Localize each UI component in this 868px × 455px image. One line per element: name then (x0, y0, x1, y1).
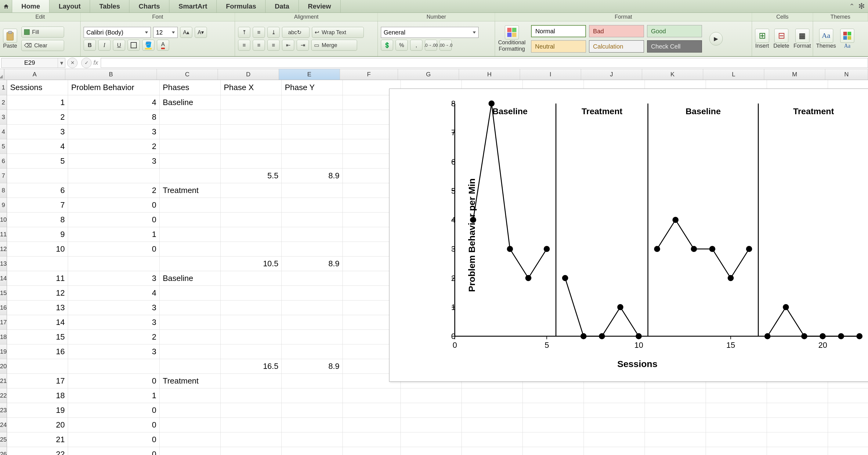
cell[interactable]: 3 (68, 271, 160, 286)
cell[interactable] (221, 403, 282, 418)
style-neutral[interactable]: Neutral (531, 40, 586, 53)
fill-color-button[interactable]: 🪣 (142, 40, 154, 51)
align-middle-button[interactable]: ≡ (253, 27, 265, 38)
cell[interactable] (282, 198, 343, 213)
cell[interactable]: 0 (68, 198, 160, 213)
cell[interactable]: 0 (68, 242, 160, 256)
row-header[interactable]: 12 (0, 242, 7, 256)
cell[interactable]: 10.5 (221, 256, 282, 271)
cell[interactable]: 22 (7, 447, 68, 455)
cell[interactable]: 17 (7, 374, 68, 388)
cell[interactable]: 3 (68, 154, 160, 169)
cell[interactable] (523, 418, 584, 432)
cell[interactable] (221, 432, 282, 447)
cell[interactable] (160, 344, 221, 359)
name-box-dropdown[interactable]: ▾ (58, 58, 65, 67)
cell[interactable]: 13 (7, 301, 68, 315)
cell[interactable]: 4 (68, 95, 160, 110)
cell[interactable] (221, 301, 282, 315)
cell[interactable] (160, 359, 221, 374)
column-header-F[interactable]: F (340, 69, 398, 80)
column-header-M[interactable]: M (764, 69, 825, 80)
cell[interactable] (160, 198, 221, 213)
styles-more-button[interactable]: ▶ (709, 32, 723, 46)
paste-button[interactable] (3, 29, 17, 43)
cell[interactable] (462, 447, 523, 455)
cell[interactable] (68, 256, 160, 271)
row-header[interactable]: 23 (0, 403, 7, 418)
cell[interactable]: 14 (7, 315, 68, 330)
cell[interactable] (221, 139, 282, 154)
cell[interactable]: 16.5 (221, 359, 282, 374)
cell[interactable] (343, 388, 401, 403)
cell[interactable] (160, 418, 221, 432)
cell[interactable]: 3 (68, 125, 160, 139)
style-bad[interactable]: Bad (589, 25, 644, 37)
row-header[interactable]: 24 (0, 418, 7, 432)
cell[interactable] (282, 315, 343, 330)
cell[interactable]: 5.5 (221, 169, 282, 183)
delete-cells-button[interactable]: ⊟ (774, 29, 788, 43)
cell[interactable] (282, 110, 343, 125)
cell[interactable] (767, 447, 828, 455)
cell[interactable] (706, 447, 767, 455)
indent-right-button[interactable]: ⇥ (297, 40, 309, 51)
cell[interactable]: 2 (68, 330, 160, 344)
cell[interactable] (828, 418, 868, 432)
cell[interactable] (282, 447, 343, 455)
align-center-button[interactable]: ≡ (253, 40, 265, 51)
font-size-select[interactable]: 12 (153, 27, 178, 38)
cell[interactable] (828, 403, 868, 418)
cell[interactable] (645, 403, 706, 418)
column-header-J[interactable]: J (581, 69, 642, 80)
cell[interactable] (401, 432, 462, 447)
cell[interactable] (828, 388, 868, 403)
font-color-button[interactable]: A (157, 40, 169, 51)
row-header[interactable]: 9 (0, 198, 7, 213)
app-menu-button[interactable] (0, 0, 12, 12)
cell[interactable]: 8.9 (282, 256, 343, 271)
enter-formula-button[interactable]: ✓ (81, 58, 92, 68)
cell[interactable] (7, 359, 68, 374)
row-header[interactable]: 16 (0, 301, 7, 315)
cell[interactable] (221, 447, 282, 455)
cell[interactable]: 2 (68, 183, 160, 198)
indent-left-button[interactable]: ⇤ (282, 40, 294, 51)
cell[interactable]: 19 (7, 403, 68, 418)
column-header-D[interactable]: D (218, 69, 279, 80)
border-button[interactable] (128, 40, 140, 51)
cell[interactable] (584, 403, 645, 418)
cell[interactable] (282, 213, 343, 227)
cell[interactable]: 4 (7, 139, 68, 154)
row-header[interactable]: 19 (0, 344, 7, 359)
cell[interactable] (160, 403, 221, 418)
cell[interactable]: 1 (7, 95, 68, 110)
cell[interactable]: 1 (68, 388, 160, 403)
cell[interactable] (706, 418, 767, 432)
cell[interactable]: Treatment (160, 183, 221, 198)
row-header[interactable]: 18 (0, 330, 7, 344)
row-header[interactable]: 14 (0, 271, 7, 286)
cell[interactable] (767, 388, 828, 403)
cell[interactable] (462, 388, 523, 403)
row-header[interactable]: 15 (0, 286, 7, 301)
fill-button[interactable]: Fill (21, 27, 64, 37)
cell[interactable]: 4 (68, 286, 160, 301)
tab-home[interactable]: Home (12, 0, 50, 12)
cell[interactable] (282, 388, 343, 403)
cell[interactable] (221, 227, 282, 242)
cell[interactable]: 5 (7, 154, 68, 169)
cell[interactable] (282, 418, 343, 432)
select-all-corner[interactable] (0, 69, 4, 80)
row-header[interactable]: 10 (0, 213, 7, 227)
cell[interactable] (160, 315, 221, 330)
cell[interactable] (282, 432, 343, 447)
align-top-button[interactable]: ⤒ (238, 27, 250, 38)
cell[interactable]: 16 (7, 344, 68, 359)
cell[interactable] (828, 432, 868, 447)
row-header[interactable]: 5 (0, 139, 7, 154)
align-left-button[interactable]: ≡ (238, 40, 250, 51)
cell[interactable] (282, 139, 343, 154)
cell[interactable] (7, 256, 68, 271)
row-header[interactable]: 17 (0, 315, 7, 330)
